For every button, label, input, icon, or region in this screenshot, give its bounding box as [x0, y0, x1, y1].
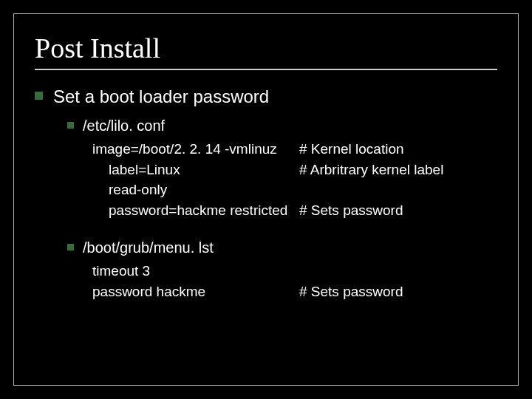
section-heading: /boot/grub/menu. lst [83, 239, 214, 256]
code-block: image=/boot/2. 2. 14 -vmlinuz # Kernel l… [92, 139, 497, 220]
slide-frame: Post Install Set a boot loader password … [13, 13, 519, 386]
section-heading: /etc/lilo. conf [83, 117, 165, 134]
code-line: image=/boot/2. 2. 14 -vmlinuz # Kernel l… [92, 139, 497, 160]
code-comment: # Sets password [299, 282, 403, 302]
code-block: timeout 3 password hackme # Sets passwor… [92, 261, 497, 301]
bullet-icon [35, 92, 43, 100]
bullet-icon [67, 122, 74, 129]
section-heading-row: /etc/lilo. conf [67, 117, 497, 134]
section-2: /boot/grub/menu. lst timeout 3 password … [67, 239, 497, 301]
code-left: password=hackme restricted [92, 200, 299, 221]
code-comment: # Arbritrary kernel label [299, 160, 443, 180]
bullet-icon [67, 244, 74, 250]
code-left: timeout 3 [92, 261, 299, 282]
code-comment: # Sets password [299, 200, 403, 221]
code-line: password=hackme restricted # Sets passwo… [92, 200, 497, 221]
slide-title: Post Install [35, 32, 497, 64]
code-left: read-only [92, 180, 299, 200]
code-line: timeout 3 [92, 261, 497, 282]
section-heading-row: /boot/grub/menu. lst [67, 239, 497, 256]
code-line: label=Linux # Arbritrary kernel label [92, 160, 497, 180]
title-rule [35, 69, 497, 70]
section-1: /etc/lilo. conf image=/boot/2. 2. 14 -vm… [67, 117, 497, 220]
main-bullet-text: Set a boot loader password [53, 86, 269, 107]
code-line: read-only [92, 180, 497, 200]
code-line: password hackme # Sets password [92, 282, 497, 302]
main-bullet-row: Set a boot loader password [35, 86, 497, 107]
code-left: image=/boot/2. 2. 14 -vmlinuz [92, 139, 299, 160]
code-left: password hackme [92, 282, 299, 302]
code-comment: # Kernel location [299, 139, 404, 160]
code-left: label=Linux [92, 160, 299, 180]
